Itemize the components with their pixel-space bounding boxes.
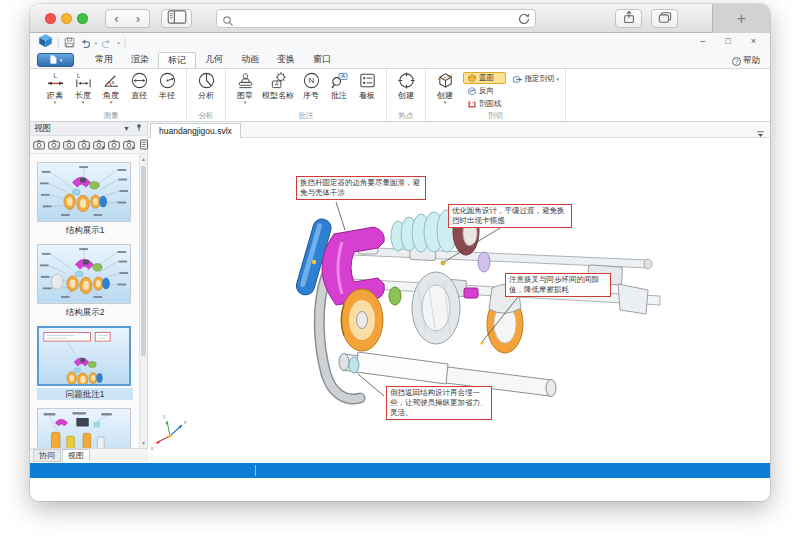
ribbon-button[interactable]: L长度▾ <box>70 71 96 105</box>
ribbon-button[interactable]: A模型名称 <box>260 71 296 100</box>
scrollbar[interactable]: ▲ ▼ <box>139 154 147 448</box>
sidebar-tab[interactable]: 视图 <box>62 449 90 462</box>
ribbon-button[interactable]: 直径 <box>126 71 152 100</box>
pin-icon[interactable] <box>135 123 143 134</box>
ribbon-tab-row: ▾ 常用渲染标记几何动画变换窗口 ? 帮助 <box>30 52 770 68</box>
tab-overview-button[interactable] <box>651 9 678 28</box>
minimize-window-button[interactable] <box>61 13 72 24</box>
hotspot-create-icon <box>397 71 416 90</box>
annotation-callout[interactable]: 倒挡返回结构设计再合理一些，让驾驶员操纵更加省力、灵活。 <box>386 386 492 420</box>
views-panel: 视图 ▼ 结构展示1结构展示2问题批注1 ▲ ▼ 协同视图 <box>30 122 148 462</box>
svg-text:L: L <box>53 72 57 79</box>
back-button[interactable]: ‹ <box>105 9 128 28</box>
ribbon-small-label: 反向 <box>479 86 494 96</box>
app-window-controls: – □ × <box>700 36 756 46</box>
ribbon-tab[interactable]: 渲染 <box>122 52 158 68</box>
svg-text:A: A <box>341 73 345 79</box>
forward-button[interactable]: › <box>127 9 150 28</box>
ribbon-button[interactable]: 图章▾ <box>232 71 258 105</box>
redo-icon[interactable] <box>101 34 113 52</box>
new-tab-button[interactable]: + <box>712 4 770 33</box>
ribbon-button[interactable]: 指定剖切▾ <box>512 71 560 85</box>
ribbon-button[interactable]: N序号 <box>298 71 324 100</box>
ribbon-tab[interactable]: 窗口 <box>304 52 340 68</box>
app-restore-button[interactable]: □ <box>725 36 730 46</box>
new-view-camera-icon[interactable] <box>32 139 46 150</box>
help-button[interactable]: ? 帮助 <box>732 55 760 67</box>
ribbon-button[interactable]: 创建 <box>393 71 419 100</box>
ribbon-button-label: 序号 <box>303 91 319 100</box>
ribbon-button[interactable]: a角度▾ <box>98 71 124 105</box>
annotation-callout[interactable]: 优化圆角设计，平缓过渡，避免换挡时出现卡顿感 <box>448 204 572 228</box>
ribbon-small-label: 剖面线 <box>479 99 502 109</box>
svg-text:N: N <box>308 76 314 85</box>
address-bar[interactable] <box>216 9 536 28</box>
ribbon-group-label: 剖切 <box>432 110 559 121</box>
ribbon-tab[interactable]: 变换 <box>268 52 304 68</box>
scrollbar-thumb[interactable] <box>141 166 146 356</box>
ribbon-button[interactable]: 创建▾ <box>432 71 458 105</box>
sidebar-tab[interactable]: 协同 <box>33 449 61 462</box>
close-window-button[interactable] <box>45 13 56 24</box>
dropdown-caret-icon: ▾ <box>54 100 57 105</box>
ribbon-small-button[interactable]: 反向 <box>463 85 506 97</box>
scroll-up-icon[interactable]: ▲ <box>140 155 147 163</box>
save-icon[interactable] <box>64 34 75 52</box>
ribbon-button[interactable]: A批注 <box>326 71 352 100</box>
undo-dropdown-caret-icon[interactable]: ▾ <box>95 40 98 46</box>
document-tab[interactable]: huandangjigou.svlx <box>150 123 241 138</box>
annotation-callout[interactable]: 注意拨叉与同步环间的间隙值，降低摩擦损耗 <box>505 273 611 297</box>
edit-view-camera-icon[interactable] <box>92 139 106 150</box>
app-close-button[interactable]: × <box>751 36 756 46</box>
ribbon-group: 创建热点 <box>387 69 426 121</box>
zoom-window-button[interactable] <box>77 13 88 24</box>
annotation-icon: A <box>330 71 349 90</box>
app-minimize-button[interactable]: – <box>700 36 705 46</box>
ribbon-button[interactable]: L距离▾ <box>42 71 68 105</box>
ribbon-button[interactable]: 半径 <box>154 71 180 100</box>
browser-window: ‹ › + | ▾ <box>30 4 770 501</box>
ribbon-button[interactable]: 分析 <box>193 71 219 100</box>
ribbon-button[interactable]: 看板 <box>354 71 380 100</box>
view-thumbnail[interactable]: 结构展示1 <box>37 162 133 236</box>
analysis-icon <box>197 71 216 90</box>
refresh-view-camera-icon[interactable] <box>77 139 91 150</box>
viewport-3d[interactable]: x y z 换挡杆固定器的边角要尽量圆滑，避免与壳体干涉 优化圆角设计，平缓过渡… <box>148 138 770 462</box>
play-view-camera-icon[interactable] <box>122 139 136 150</box>
ribbon-small-button[interactable]: 盖面 <box>463 72 506 84</box>
redo-dropdown-caret-icon[interactable]: ▾ <box>117 40 120 46</box>
update-view-camera-icon[interactable] <box>47 139 61 150</box>
reload-icon[interactable] <box>517 12 531 30</box>
view-thumbnail[interactable]: 结构展示2 <box>37 244 133 318</box>
ribbon-button-label: 指定剖切 <box>525 74 555 84</box>
ribbon-tab[interactable]: 常用 <box>86 52 122 68</box>
ribbon-tab[interactable]: 标记 <box>158 52 196 68</box>
sidebar-toggle-button[interactable] <box>161 9 192 28</box>
sidebar-bottom-tabs: 协同视图 <box>30 448 148 462</box>
help-icon: ? <box>732 57 741 66</box>
application-menu-button[interactable]: ▾ <box>37 53 74 67</box>
sidebar-icon <box>167 10 187 28</box>
ribbon-tab[interactable]: 动画 <box>232 52 268 68</box>
thumbnail-label: 问题批注1 <box>37 388 133 400</box>
app-logo-icon <box>38 33 53 52</box>
views-panel-title: 视图 <box>34 123 51 135</box>
replace-view-camera-icon[interactable] <box>62 139 76 150</box>
quick-access-toolbar: | ▾ ▾ | <box>38 34 126 51</box>
board-icon <box>358 71 377 90</box>
undo-icon[interactable] <box>79 34 91 52</box>
ribbon-tabs: 常用渲染标记几何动画变换窗口 <box>86 52 340 68</box>
status-bar <box>30 463 770 478</box>
search-input[interactable] <box>237 11 507 26</box>
scroll-down-icon[interactable]: ▼ <box>140 439 147 447</box>
ribbon-small-button[interactable]: 剖面线 <box>463 98 506 110</box>
tabs-icon <box>658 11 672 27</box>
view-thumbnail[interactable] <box>37 408 133 448</box>
ribbon-tab[interactable]: 几何 <box>196 52 232 68</box>
snapshot-camera-icon[interactable] <box>107 139 121 150</box>
annotation-callout[interactable]: 换挡杆固定器的边角要尽量圆滑，避免与壳体干涉 <box>296 176 426 200</box>
document-area: huandangjigou.svlx <box>148 122 770 462</box>
view-thumbnail[interactable]: 问题批注1 <box>37 326 133 400</box>
share-button[interactable] <box>615 9 642 28</box>
panel-dropdown-caret-icon[interactable]: ▼ <box>123 125 130 132</box>
